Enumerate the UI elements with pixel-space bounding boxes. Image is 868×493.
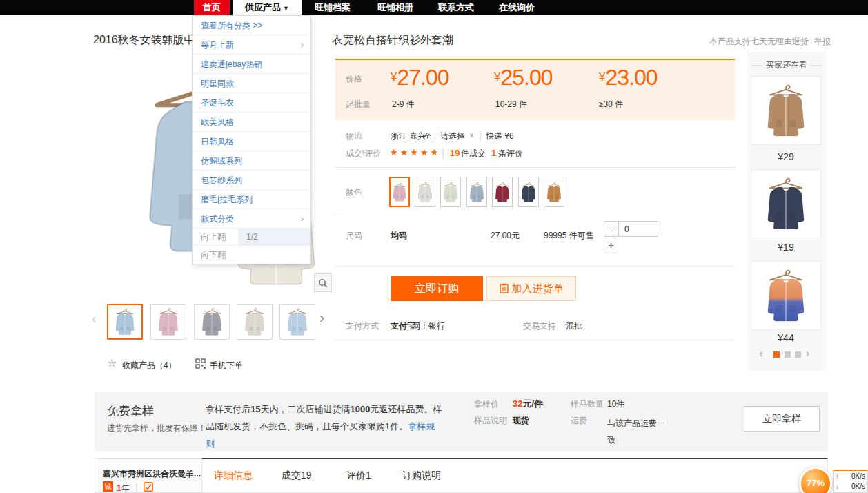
dropdown-item[interactable]: 磨毛|拉毛系列 <box>193 190 310 209</box>
also-viewed-product[interactable] <box>751 76 821 145</box>
gallery-thumb[interactable] <box>279 304 315 340</box>
sidebar-page-dot[interactable] <box>795 351 801 358</box>
also-viewed-header: 买家还在看 <box>751 59 822 71</box>
sample-desc-label: 样品说明 <box>474 415 507 427</box>
get-sample-button[interactable]: 立即拿样 <box>744 406 820 432</box>
also-viewed-product[interactable] <box>751 169 821 238</box>
dropdown-item[interactable]: 明星同款 <box>193 74 310 93</box>
select-caret-icon[interactable]: ∨ <box>469 130 474 138</box>
nav-item-shop-profile[interactable]: 旺铺档案 <box>310 0 355 15</box>
order-now-button[interactable]: 立即订购 <box>391 276 483 301</box>
gallery-thumb[interactable] <box>194 304 230 340</box>
dropdown-item[interactable]: 包芯纱系列 <box>193 171 310 190</box>
logistics-label: 物流 <box>346 130 362 142</box>
color-swatch[interactable] <box>389 177 410 207</box>
add-to-cart-button[interactable]: 加入进货单 <box>486 276 576 301</box>
also-viewed-price: ¥44 <box>751 332 821 343</box>
min-qty-label: 起批量 <box>346 99 371 110</box>
nav-item-home[interactable]: 首页 <box>194 0 230 15</box>
chengxintong-badge-icon: 诚 <box>103 481 113 492</box>
download-speed: 0K/s <box>851 482 865 492</box>
sidebar-prev-arrow[interactable]: ‹ <box>759 347 762 360</box>
divider: | <box>479 130 482 142</box>
quantity-decrease-button[interactable]: − <box>604 221 618 237</box>
image-zoom-button[interactable] <box>314 273 332 292</box>
add-to-cart-label: 加入进货单 <box>512 282 564 294</box>
return-policy-text: 本产品支持七天无理由退货 <box>709 36 809 48</box>
free-sample-title: 免费拿样 <box>107 403 154 419</box>
chevron-down-icon: ▼ <box>283 5 289 12</box>
tab-order-notes[interactable]: 订购说明 <box>402 470 441 482</box>
nav-item-shop-album[interactable]: 旺铺相册 <box>374 0 417 15</box>
dropdown-item[interactable]: 欧美风格 <box>193 113 310 132</box>
trade-support-value: 混批 <box>566 320 582 332</box>
network-speed-panel: ↑ 0K/s ↓ 0K/s <box>833 470 868 493</box>
destination-select[interactable]: 请选择 <box>440 130 465 142</box>
top-nav: 首页 供应产品▼ 旺铺档案 旺铺相册 联系方式 在线询价 <box>0 0 868 15</box>
quantity-increase-button[interactable]: + <box>604 238 618 253</box>
supply-products-dropdown: 查看所有分类 >> 每月上新› 速卖通|ebay热销 明星同款 圣诞毛衣 欧美风… <box>192 15 311 264</box>
color-swatch[interactable] <box>518 177 539 207</box>
logistics-to-label: 至 <box>424 130 432 142</box>
tab-detail-info[interactable]: 详细信息 <box>214 470 253 482</box>
color-swatch[interactable] <box>492 177 513 207</box>
dropdown-item[interactable]: 速卖通|ebay热销 <box>193 55 310 74</box>
dropdown-page-indicator: 1/2 <box>238 229 310 245</box>
quantity-input[interactable] <box>618 221 658 237</box>
divider <box>335 167 735 168</box>
also-viewed-price: ¥19 <box>751 242 821 253</box>
gallery-thumb[interactable] <box>237 304 273 340</box>
divider <box>335 215 735 215</box>
tier-qty: ≥30 件 <box>599 99 623 110</box>
dropdown-item[interactable]: 仿貂绒系列 <box>193 151 310 171</box>
deals-count-text[interactable]: 件成交 <box>461 148 486 160</box>
chevron-right-icon: › <box>301 209 304 229</box>
divider: | <box>135 482 138 493</box>
dropdown-view-all[interactable]: 查看所有分类 >> <box>193 16 310 35</box>
free-sample-section <box>95 392 828 451</box>
reviews-count-text[interactable]: 条评价 <box>498 148 523 160</box>
gallery-prev-arrow[interactable]: ‹ <box>92 311 97 327</box>
gallery-next-arrow[interactable]: › <box>319 309 324 327</box>
nav-item-products[interactable]: 供应产品▼ <box>233 0 302 15</box>
star-rating: ★★★★★ <box>390 147 440 157</box>
divider <box>811 65 822 66</box>
sidebar-page-dot[interactable] <box>773 351 780 358</box>
gallery-thumb[interactable] <box>150 304 186 340</box>
dropdown-item[interactable]: 圣诞毛衣 <box>193 93 310 113</box>
color-swatch[interactable] <box>415 177 435 207</box>
tier-price: ¥25.00 <box>494 65 553 90</box>
dropdown-item[interactable]: 款式分类› <box>193 209 310 229</box>
deals-count[interactable]: 19 <box>450 148 460 158</box>
trade-support-label: 交易支持 <box>523 320 556 332</box>
tab-reviews[interactable]: 评价1 <box>346 470 371 482</box>
color-swatch[interactable] <box>466 177 487 207</box>
color-swatch[interactable] <box>440 177 461 207</box>
sidebar-next-arrow[interactable]: › <box>806 347 809 360</box>
report-link[interactable]: 举报 <box>814 36 831 48</box>
sample-price-label: 拿样价 <box>474 398 499 410</box>
mobile-order-button[interactable]: 手机下单 <box>210 360 243 371</box>
dropdown-page-down[interactable]: 向下翻 <box>193 246 310 264</box>
stock-available: 99995 件可售 <box>544 230 594 242</box>
also-viewed-product[interactable] <box>751 261 821 330</box>
dropdown-page-up[interactable]: 向上翻 <box>193 229 238 245</box>
payment-label: 支付方式 <box>346 320 379 332</box>
certificate-icon <box>144 482 153 492</box>
magnifier-icon <box>318 278 328 288</box>
color-swatch[interactable] <box>544 177 564 207</box>
dropdown-item[interactable]: 日韩风格 <box>193 132 310 151</box>
seller-name[interactable]: 嘉兴市秀洲区洪合沃曼羊... <box>103 468 201 480</box>
gallery-thumb[interactable] <box>107 304 143 340</box>
favorite-star-icon: ☆ <box>107 356 117 369</box>
sidebar-page-dot[interactable] <box>785 351 791 358</box>
sample-price-value: 32元/件 <box>513 398 543 410</box>
payment-method: 网上银行 <box>412 320 445 332</box>
reviews-count[interactable]: 1 <box>491 148 496 158</box>
nav-item-contact[interactable]: 联系方式 <box>437 0 475 15</box>
upload-speed: 0K/s <box>851 472 865 481</box>
dropdown-item[interactable]: 每月上新› <box>193 35 310 55</box>
nav-item-inquiry[interactable]: 在线询价 <box>497 0 537 15</box>
favorite-product-button[interactable]: 收藏产品（4） <box>122 360 177 371</box>
tab-deals[interactable]: 成交19 <box>282 470 312 482</box>
